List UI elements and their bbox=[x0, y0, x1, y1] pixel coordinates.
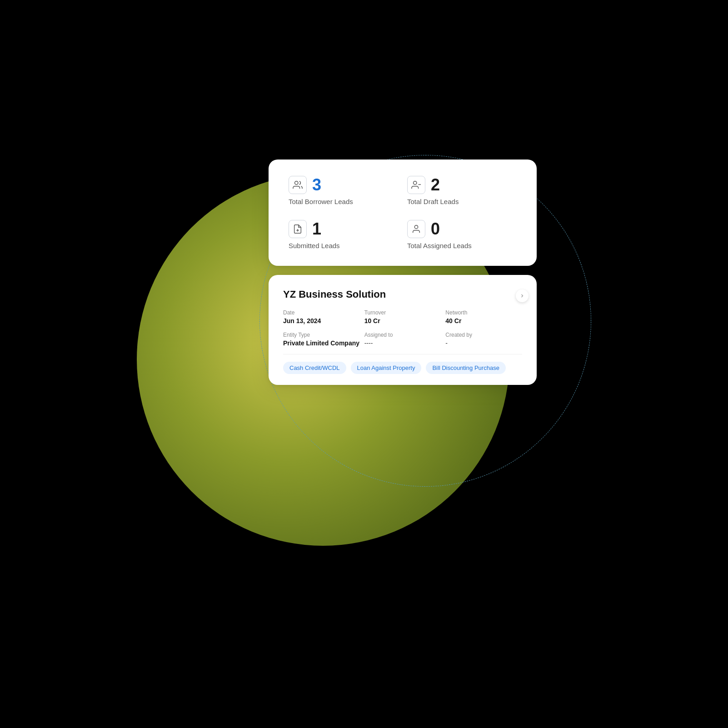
business-name: YZ Business Solution bbox=[283, 289, 522, 300]
scene: 3 Total Borrower Leads 2 Total D bbox=[114, 114, 614, 614]
assigned-to-value: ---- bbox=[364, 339, 441, 347]
borrower-leads-number: 3 bbox=[312, 177, 321, 193]
stat-top-submitted: 1 bbox=[289, 220, 398, 238]
stat-item-assigned-leads: 0 Total Assigned Leads bbox=[407, 220, 517, 249]
stat-item-submitted-leads: 1 Submitted Leads bbox=[289, 220, 398, 249]
draft-leads-number: 2 bbox=[431, 177, 440, 193]
stat-item-draft-leads: 2 Total Draft Leads bbox=[407, 176, 517, 205]
card-chevron[interactable] bbox=[516, 289, 529, 302]
users-icon bbox=[293, 180, 303, 190]
entity-type-label: Entity Type bbox=[283, 332, 360, 338]
stats-card: 3 Total Borrower Leads 2 Total D bbox=[269, 160, 537, 266]
business-fields: Date Jun 13, 2024 Turnover 10 Cr Networt… bbox=[283, 309, 522, 347]
cards-wrapper: 3 Total Borrower Leads 2 Total D bbox=[269, 160, 537, 385]
user-icon bbox=[411, 224, 421, 234]
business-card-inner: YZ Business Solution Date Jun 13, 2024 T… bbox=[283, 289, 522, 374]
created-by-value: - bbox=[445, 339, 522, 347]
tags-row: Cash Credit/WCDL Loan Against Property B… bbox=[283, 362, 522, 374]
svg-point-1 bbox=[414, 181, 417, 184]
tag-cash-credit[interactable]: Cash Credit/WCDL bbox=[283, 362, 346, 374]
networth-label: Networth bbox=[445, 309, 522, 316]
field-turnover: Turnover 10 Cr bbox=[364, 309, 441, 324]
networth-value: 40 Cr bbox=[445, 317, 522, 324]
assigned-leads-label: Total Assigned Leads bbox=[407, 242, 517, 249]
stat-top-draft: 2 bbox=[407, 176, 517, 194]
svg-point-0 bbox=[295, 181, 298, 184]
created-by-label: Created by bbox=[445, 332, 522, 338]
field-networth: Networth 40 Cr bbox=[445, 309, 522, 324]
card-divider bbox=[283, 354, 522, 354]
field-entity-type: Entity Type Private Limited Company bbox=[283, 332, 360, 347]
stat-top-borrower: 3 bbox=[289, 176, 398, 194]
chevron-right-icon bbox=[519, 293, 525, 299]
file-icon bbox=[293, 224, 303, 234]
borrower-leads-icon-box bbox=[289, 176, 307, 194]
business-card: YZ Business Solution Date Jun 13, 2024 T… bbox=[269, 275, 537, 385]
stat-item-borrower-leads: 3 Total Borrower Leads bbox=[289, 176, 398, 205]
turnover-label: Turnover bbox=[364, 309, 441, 316]
entity-type-value: Private Limited Company bbox=[283, 339, 360, 347]
svg-point-5 bbox=[414, 225, 418, 229]
draft-leads-label: Total Draft Leads bbox=[407, 198, 517, 205]
stat-top-assigned: 0 bbox=[407, 220, 517, 238]
submitted-leads-label: Submitted Leads bbox=[289, 242, 398, 249]
tag-bill-discounting[interactable]: Bill Discounting Purchase bbox=[426, 362, 505, 374]
assigned-leads-icon-box bbox=[407, 220, 425, 238]
date-label: Date bbox=[283, 309, 360, 316]
field-date: Date Jun 13, 2024 bbox=[283, 309, 360, 324]
draft-leads-icon-box bbox=[407, 176, 425, 194]
tag-loan-against-property[interactable]: Loan Against Property bbox=[351, 362, 422, 374]
field-assigned-to: Assigned to ---- bbox=[364, 332, 441, 347]
assigned-to-label: Assigned to bbox=[364, 332, 441, 338]
user-minus-icon bbox=[411, 180, 421, 190]
date-value: Jun 13, 2024 bbox=[283, 317, 360, 324]
turnover-value: 10 Cr bbox=[364, 317, 441, 324]
submitted-leads-number: 1 bbox=[312, 221, 321, 237]
field-created-by: Created by - bbox=[445, 332, 522, 347]
assigned-leads-number: 0 bbox=[431, 221, 440, 237]
submitted-leads-icon-box bbox=[289, 220, 307, 238]
borrower-leads-label: Total Borrower Leads bbox=[289, 198, 398, 205]
